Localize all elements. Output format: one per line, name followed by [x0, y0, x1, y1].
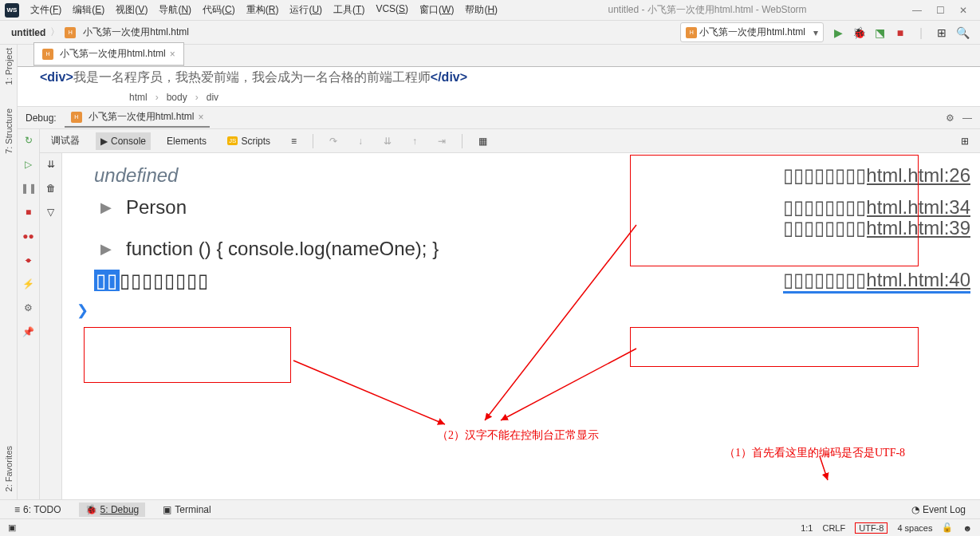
- breadcrumb-project[interactable]: untitled: [11, 27, 45, 38]
- console-line: undefined ▯▯▯▯▯▯▯▯html.html:26: [62, 160, 980, 191]
- svg-line-0: [293, 361, 445, 424]
- console-line: ▶ function () { console.log(nameOne); }: [62, 233, 980, 265]
- menu-tools[interactable]: 工具(T): [329, 2, 369, 18]
- expand-icon[interactable]: ▶: [100, 240, 112, 258]
- terminal-tool[interactable]: ▣ Terminal: [156, 503, 217, 517]
- menu-file[interactable]: 文件(F): [26, 2, 66, 18]
- line-ending[interactable]: CRLF: [822, 523, 845, 533]
- console-tab[interactable]: ▶ Console: [96, 132, 151, 150]
- console-line: ▯▯▯▯▯▯▯▯▯▯ ▯▯▯▯▯▯▯▯html.html:40: [62, 265, 980, 297]
- debug-tool[interactable]: 🐞 5: Debug: [79, 503, 146, 517]
- crumb-html[interactable]: html: [129, 92, 148, 103]
- annotation-text-2: （2）汉字不能在控制台正常显示: [437, 428, 599, 443]
- coverage-icon[interactable]: ⬔: [873, 26, 886, 39]
- debug-icon[interactable]: 🐞: [852, 26, 865, 39]
- lock-icon[interactable]: 🔓: [942, 522, 953, 533]
- menu-run[interactable]: 运行(U): [285, 2, 327, 18]
- todo-tool[interactable]: ≡ 6: TODO: [8, 503, 68, 517]
- menu-window[interactable]: 窗口(W): [415, 2, 459, 18]
- main-menu: 文件(F) 编辑(E) 视图(V) 导航(N) 代码(C) 重构(R) 运行(U…: [26, 2, 502, 18]
- navigation-row: untitled 〉 H 小飞第一次使用html.html H 小飞第一次使用h…: [0, 21, 980, 45]
- annotation-text-1: （1）首先看这里的编码是否是UTF-8: [724, 446, 905, 460]
- close-tab-icon[interactable]: ×: [170, 49, 175, 60]
- favorites-tool-tab[interactable]: 2: Favorites: [4, 446, 14, 491]
- inspector-icon[interactable]: ☻: [962, 523, 972, 533]
- filter-icon[interactable]: ▽: [45, 206, 57, 219]
- menu-nav[interactable]: 导航(N): [154, 2, 196, 18]
- status-bar: ▣ 1:1 CRLF UTF-8 4 spaces 🔓 ☻: [0, 518, 980, 536]
- run-icon[interactable]: ▶: [832, 26, 844, 39]
- html-file-icon: H: [686, 27, 697, 38]
- stop-icon[interactable]: ■: [22, 206, 35, 219]
- thread-dump-icon[interactable]: ⚡: [22, 278, 35, 290]
- menu-edit[interactable]: 编辑(E): [68, 2, 109, 18]
- indent-setting[interactable]: 4 spaces: [897, 523, 932, 533]
- event-log-tool[interactable]: ◔ Event Log: [905, 503, 972, 517]
- crumb-body[interactable]: body: [167, 92, 187, 103]
- source-link[interactable]: ▯▯▯▯▯▯▯▯html.html:40: [783, 269, 970, 294]
- menu-view[interactable]: 视图(V): [111, 2, 152, 18]
- js-icon: JS: [227, 136, 238, 145]
- step-out-icon[interactable]: ↑: [407, 132, 422, 150]
- divider: |: [915, 26, 927, 39]
- evaluate-icon[interactable]: ▦: [474, 132, 492, 150]
- scroll-lock-icon[interactable]: ⇊: [45, 158, 57, 171]
- caret-pos[interactable]: 1:1: [801, 523, 813, 533]
- code-editor-line[interactable]: <div> 我是一名程序员，我热爱前端，我会成为一名合格的前端工程师 </div…: [18, 67, 980, 88]
- title-bar: WS 文件(F) 编辑(E) 视图(V) 导航(N) 代码(C) 重构(R) 运…: [0, 0, 980, 21]
- expand-icon[interactable]: ▶: [100, 199, 112, 216]
- annotation-box: [630, 327, 919, 367]
- webstorm-icon: WS: [5, 3, 19, 18]
- minimize-button[interactable]: —: [912, 5, 922, 16]
- status-icon[interactable]: ▣: [8, 522, 16, 533]
- step-over-icon[interactable]: ↷: [325, 132, 342, 150]
- clear-icon[interactable]: 🗑: [45, 182, 57, 195]
- run-config-selector[interactable]: H 小飞第一次使用html.html: [680, 22, 824, 42]
- breadcrumb-file[interactable]: 小飞第一次使用html.html: [83, 26, 189, 39]
- code-breadcrumb: html› body› div: [18, 88, 980, 107]
- search-icon[interactable]: 🔍: [956, 26, 969, 39]
- layout-icon[interactable]: ≡: [286, 132, 301, 150]
- menu-refactor[interactable]: 重构(R): [242, 2, 284, 18]
- close-tab-icon[interactable]: ×: [198, 112, 203, 123]
- debug-session-tab[interactable]: H 小飞第一次使用html.html ×: [65, 108, 211, 128]
- crumb-div[interactable]: div: [207, 92, 218, 103]
- minimize-panel-icon[interactable]: —: [962, 112, 972, 124]
- left-tool-rail: 1: Project 7: Structure 2: Favorites: [0, 45, 18, 499]
- elements-tab[interactable]: Elements: [162, 132, 211, 150]
- gear-icon[interactable]: ⚙: [946, 112, 954, 124]
- html-file-icon: H: [42, 49, 53, 60]
- menu-code[interactable]: 代码(C): [198, 2, 240, 18]
- layout-toggle-icon[interactable]: ⊞: [956, 132, 974, 150]
- run-to-cursor-icon[interactable]: ⇥: [433, 132, 451, 150]
- stop-icon[interactable]: ■: [894, 26, 907, 39]
- source-link[interactable]: ▯▯▯▯▯▯▯▯html.html:34: [783, 196, 970, 219]
- html-file-icon: H: [71, 112, 82, 123]
- debugger-tab[interactable]: 调试器: [46, 131, 85, 151]
- annotation-box: [84, 327, 291, 383]
- editor-tab[interactable]: H 小飞第一次使用html.html ×: [33, 42, 184, 67]
- structure-tool-tab[interactable]: 7: Structure: [4, 108, 14, 154]
- menu-vcs[interactable]: VCS(S): [371, 2, 413, 18]
- step-into-icon[interactable]: ↓: [353, 132, 368, 150]
- force-step-icon[interactable]: ⇊: [379, 132, 396, 150]
- scripts-tab[interactable]: JS Scripts: [222, 132, 275, 150]
- pause-icon[interactable]: ❚❚: [22, 182, 35, 195]
- pin-icon[interactable]: 📌: [22, 325, 35, 338]
- console-output[interactable]: undefined ▯▯▯▯▯▯▯▯html.html:26 ▶ Person …: [62, 153, 980, 499]
- svg-line-2: [501, 349, 636, 420]
- project-tool-tab[interactable]: 1: Project: [4, 48, 14, 85]
- encoding[interactable]: UTF-8: [855, 522, 888, 534]
- mute-breakpoints-icon[interactable]: ●: [22, 254, 35, 266]
- maximize-button[interactable]: ☐: [936, 5, 945, 16]
- console-prompt[interactable]: ❯: [62, 297, 980, 324]
- menu-help[interactable]: 帮助(H): [460, 2, 502, 18]
- source-link[interactable]: ▯▯▯▯▯▯▯▯html.html:26: [783, 164, 970, 187]
- rerun-icon[interactable]: ↻: [22, 134, 35, 147]
- update-icon[interactable]: ⊞: [935, 26, 948, 39]
- close-button[interactable]: ✕: [959, 5, 967, 16]
- resume-icon[interactable]: ▷: [22, 158, 35, 171]
- settings-icon[interactable]: ⚙: [22, 302, 35, 314]
- debug-label: Debug:: [26, 112, 57, 124]
- breakpoints-icon[interactable]: ●●: [22, 230, 35, 242]
